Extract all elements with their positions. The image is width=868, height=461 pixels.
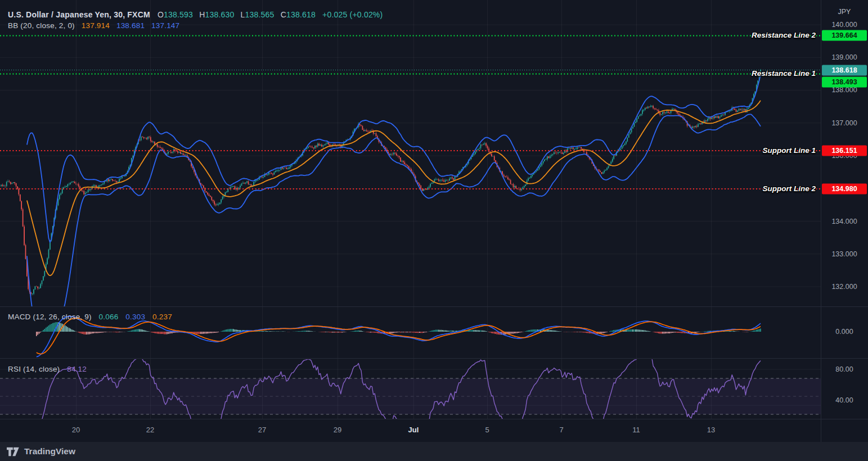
tradingview-logo[interactable]: TradingView [7,446,75,458]
price-axis-tick: 40.00 [821,396,867,404]
tradingview-logo-text: TradingView [24,446,75,457]
ohlc-open-value: 138.593 [164,10,193,19]
symbol-header: U.S. Dollar / Japanese Yen, 30, FXCM O13… [8,10,383,19]
symbol-title: U.S. Dollar / Japanese Yen, 30, FXCM [8,10,150,19]
pane-separator[interactable] [0,306,868,307]
tradingview-chart-window: U.S. Dollar / Japanese Yen, 30, FXCM O13… [0,0,868,461]
time-axis-tick: Jul [408,426,419,434]
bb-basis-value: 137.914 [82,21,110,30]
time-axis-tick: 29 [334,426,341,434]
macd-indicator-header[interactable]: MACD (12, 26, close, 9) 0.066 0.303 0.23… [8,313,172,321]
price-axis-tick: 139.000 [821,53,867,61]
ohlc-low-value: 138.565 [245,10,275,19]
macd-line-value: 0.303 [125,313,145,321]
bb-indicator-header[interactable]: BB (20, close, 2, 0) 137.914 138.681 137… [8,21,179,30]
price-badge: 138.493 [822,77,867,88]
price-badge: 134.980 [822,184,867,195]
pane-separator [0,419,868,419]
ohlc-low-label: L [241,10,245,19]
ohlc-close-value: 138.618 [286,10,316,19]
level-label[interactable]: Support Line 1 [763,146,816,155]
price-axis-tick: 140.000 [821,21,867,29]
tradingview-logo-icon [7,446,20,458]
price-axis-currency: JPY [821,8,867,16]
time-axis-tick: 27 [258,426,266,434]
bb-upper-value: 138.681 [116,21,145,30]
time-axis-tick: 20 [72,426,80,434]
price-axis-tick: 80.00 [821,365,867,373]
ohlc-high-label: H [199,10,205,19]
rsi-label: RSI (14, close) [8,365,60,373]
pane-separator[interactable] [0,358,868,359]
ohlc-change: +0.025 (+0.02%) [322,10,383,19]
rsi-value: 84.12 [67,365,87,373]
ohlc-close-label: C [281,10,286,19]
time-axis-tick: 11 [632,426,640,434]
price-axis-tick: 132.000 [821,283,867,291]
macd-signal-value: 0.237 [152,313,172,321]
bottom-toolbar: TradingView [0,442,868,461]
price-axis-tick: 134.000 [821,218,867,225]
axis-separator [821,0,821,442]
time-axis-tick: 13 [707,426,715,434]
ohlc-high-value: 138.630 [205,10,234,19]
level-label[interactable]: Resistance Line 2 [752,31,816,39]
price-badge: 138.618 [822,65,867,76]
macd-histogram-value: 0.066 [99,313,119,321]
price-badge: 139.664 [822,30,867,41]
chart-pane[interactable] [0,0,821,419]
price-axis-tick: 137.000 [821,119,867,127]
price-badge: 136.151 [822,146,867,156]
macd-label: MACD (12, 26, close, 9) [8,313,92,321]
bb-label: BB (20, close, 2, 0) [8,21,75,30]
time-axis-tick: 22 [146,426,154,434]
time-axis-tick: 7 [559,426,563,434]
time-axis-tick: 5 [485,426,489,434]
price-axis-tick: 0.000 [821,328,867,336]
level-label[interactable]: Resistance Line 1 [752,69,816,78]
price-axis-tick: 133.000 [821,250,867,258]
rsi-indicator-header[interactable]: RSI (14, close) 84.12 [8,365,87,373]
level-label[interactable]: Support Line 2 [763,184,816,193]
ohlc-open-label: O [158,10,164,19]
bb-lower-value: 137.147 [151,21,179,30]
